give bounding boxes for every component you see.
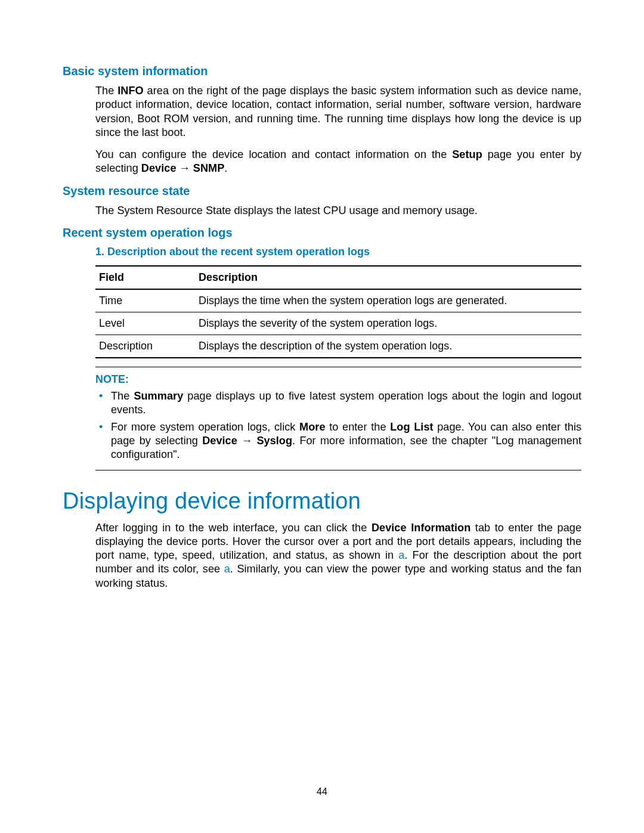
para-basic-2: You can configure the device location an…: [95, 148, 581, 176]
bold-text: Log List: [390, 421, 433, 433]
bold-text: INFO: [117, 85, 143, 97]
logs-table: Field Description Time Displays the time…: [95, 265, 581, 358]
note-item: For more system operation logs, click Mo…: [95, 420, 581, 462]
table-caption-prefix: 1.: [95, 246, 107, 258]
table-row: Level Displays the severity of the syste…: [95, 312, 581, 335]
cell-field: Description: [95, 335, 195, 358]
th-field: Field: [95, 266, 195, 289]
bold-text: More: [299, 421, 325, 433]
page-number: 44: [0, 786, 644, 797]
heading-basic-system-info: Basic system information: [63, 64, 581, 78]
cell-desc: Displays the severity of the system oper…: [195, 312, 581, 335]
heading-recent-logs: Recent system operation logs: [63, 226, 581, 240]
para-resource: The System Resource State displays the l…: [95, 204, 581, 218]
table-row: Time Displays the time when the system o…: [95, 289, 581, 312]
table-header-row: Field Description: [95, 266, 581, 289]
cell-desc: Displays the time when the system operat…: [195, 289, 581, 312]
note-label: NOTE:: [95, 373, 581, 386]
table-row: Description Displays the description of …: [95, 335, 581, 358]
heading-displaying-device-info: Displaying device information: [63, 488, 581, 514]
para-device-info: After logging in to the web interface, y…: [95, 521, 581, 590]
cell-field: Time: [95, 289, 195, 312]
bold-text: Setup: [452, 148, 482, 160]
note-list: The Summary page displays up to five lat…: [95, 389, 581, 462]
table-caption-text: Description about the recent system oper…: [107, 246, 370, 258]
table-caption: 1. Description about the recent system o…: [95, 246, 581, 258]
note-block: NOTE: The Summary page displays up to fi…: [95, 367, 581, 470]
cell-field: Level: [95, 312, 195, 335]
bold-text: Device → Syslog: [202, 435, 292, 447]
bold-text: Device Information: [371, 522, 470, 534]
heading-system-resource-state: System resource state: [63, 184, 581, 198]
para-basic-1: The INFO area on the right of the page d…: [95, 84, 581, 140]
document-page: Basic system information The INFO area o…: [0, 0, 644, 833]
bold-text: Device → SNMP: [141, 162, 225, 174]
link-text[interactable]: a: [398, 549, 404, 561]
bold-text: Summary: [134, 390, 183, 402]
cell-desc: Displays the description of the system o…: [195, 335, 581, 358]
link-text[interactable]: a: [224, 563, 230, 575]
note-item: The Summary page displays up to five lat…: [95, 389, 581, 417]
th-description: Description: [195, 266, 581, 289]
